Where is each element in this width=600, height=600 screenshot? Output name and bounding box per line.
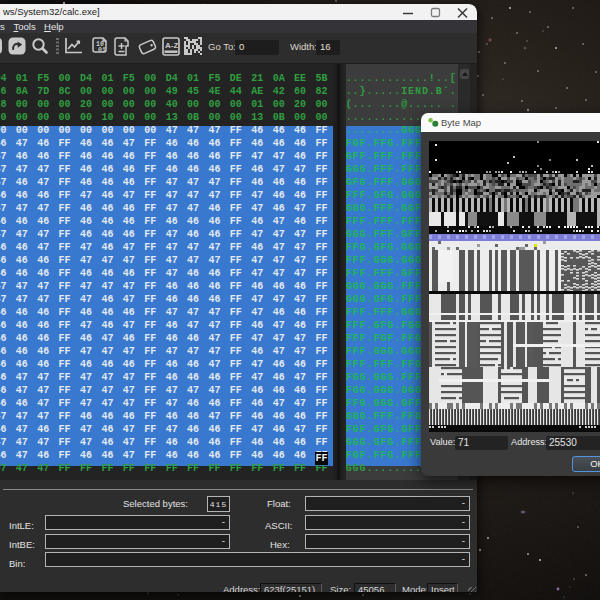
svg-text:01: 01 xyxy=(98,47,106,54)
svg-text:A-Z: A-Z xyxy=(165,41,178,50)
